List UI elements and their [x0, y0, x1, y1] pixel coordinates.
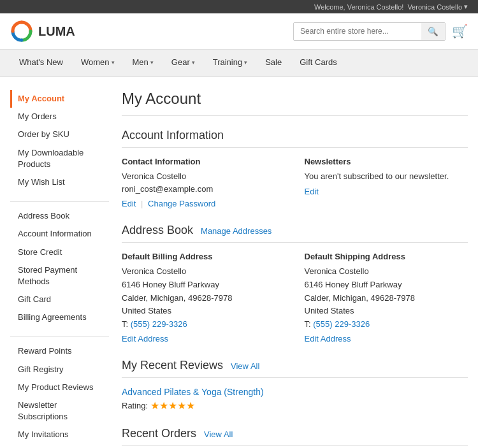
page-title: My Account: [122, 90, 468, 116]
shipping-address-col: Default Shipping Address Veronica Costel…: [305, 252, 468, 343]
sidebar-tertiary-section: Reward Points Gift Registry My Product R…: [10, 342, 109, 444]
search-input[interactable]: [294, 23, 421, 40]
cart-icon[interactable]: 🛒: [452, 24, 468, 39]
logo-icon: [10, 20, 33, 43]
sidebar-secondary-section: Address Book Account Information Store C…: [10, 207, 109, 326]
user-name: Veronica Costello: [407, 3, 462, 11]
nav-item-gear[interactable]: Gear ▾: [163, 50, 204, 76]
sidebar-divider-2: [10, 336, 109, 337]
contact-info-title: Contact Information: [122, 157, 286, 166]
user-dropdown-arrow: ▾: [464, 3, 468, 11]
sidebar-item-downloadable-products[interactable]: My Downloadable Products: [10, 144, 109, 173]
sidebar-item-gift-registry[interactable]: Gift Registry: [10, 361, 109, 379]
reviews-section: My Recent Reviews View All Advanced Pila…: [122, 359, 468, 412]
orders-view-all-link[interactable]: View All: [204, 430, 233, 439]
review-rating: Rating: ★★★★★: [122, 400, 468, 412]
contact-name: Veronica Costello: [122, 170, 286, 183]
billing-city-state: Calder, Michigan, 49628-7978: [122, 292, 286, 305]
contact-email: roni_cost@example.com: [122, 183, 286, 196]
sidebar-item-newsletter-subscriptions[interactable]: Newsletter Subscriptions: [10, 396, 109, 426]
shipping-name: Veronica Costello: [305, 265, 468, 278]
sidebar: My Account My Orders Order by SKU My Dow…: [10, 90, 109, 448]
nav-item-men[interactable]: Men ▾: [124, 50, 163, 76]
chevron-down-icon: ▾: [112, 59, 115, 66]
billing-phone: T: (555) 229-3326: [122, 318, 286, 331]
newsletters-title: Newsletters: [305, 157, 468, 166]
address-book-section: Address Book Manage Addresses Default Bi…: [122, 224, 468, 343]
reviews-header: My Recent Reviews View All: [122, 359, 468, 378]
page-content: My Account Account Information Contact I…: [122, 90, 468, 448]
shipping-phone: T: (555) 229-3326: [305, 318, 468, 331]
address-book-title: Address Book: [122, 224, 193, 237]
sidebar-item-reward-points[interactable]: Reward Points: [10, 342, 109, 360]
main-nav: What's New Women ▾ Men ▾ Gear ▾ Training…: [0, 50, 478, 77]
sidebar-item-account-information[interactable]: Account Information: [10, 225, 109, 243]
nav-item-sale[interactable]: Sale: [256, 50, 291, 76]
sidebar-item-address-book[interactable]: Address Book: [10, 207, 109, 225]
rating-label: Rating:: [122, 401, 148, 410]
shipping-street: 6146 Honey Bluff Parkway: [305, 278, 468, 292]
shipping-city-state: Calder, Michigan, 49628-7978: [305, 292, 468, 305]
billing-phone-link[interactable]: (555) 229-3326: [131, 319, 187, 329]
star-rating: ★★★★★: [150, 400, 195, 412]
top-bar: Welcome, Veronica Costello! Veronica Cos…: [0, 0, 478, 13]
sidebar-item-order-by-sku[interactable]: Order by SKU: [10, 126, 109, 143]
billing-street: 6146 Honey Bluff Parkway: [122, 278, 286, 292]
main-content: My Account My Orders Order by SKU My Dow…: [0, 77, 478, 448]
change-password-link[interactable]: Change Password: [148, 199, 215, 208]
nav-item-gift-cards[interactable]: Gift Cards: [291, 50, 346, 76]
newsletters-edit-link[interactable]: Edit: [305, 187, 319, 196]
nav-item-whats-new[interactable]: What's New: [10, 50, 72, 76]
billing-address-title: Default Billing Address: [122, 252, 286, 261]
orders-section: Recent Orders View All Order # Date Ship…: [122, 427, 468, 448]
reviews-view-all-link[interactable]: View All: [231, 361, 259, 371]
newsletters-col: Newsletters You aren't subscribed to our…: [305, 157, 468, 208]
account-info-title: Account Information: [122, 129, 468, 148]
review-product-link[interactable]: Advanced Pilates & Yoga (Strength): [122, 387, 264, 397]
review-item: Advanced Pilates & Yoga (Strength) Ratin…: [122, 387, 468, 412]
billing-address-col: Default Billing Address Veronica Costell…: [122, 252, 286, 343]
billing-edit-address-link[interactable]: Edit Address: [122, 334, 286, 343]
shipping-phone-link[interactable]: (555) 229-3326: [313, 319, 370, 329]
newsletters-text: You aren't subscribed to our newsletter.: [305, 170, 468, 183]
orders-title: Recent Orders: [122, 427, 196, 440]
shipping-country: United States: [305, 305, 468, 318]
shipping-address-title: Default Shipping Address: [305, 252, 468, 261]
newsletters-actions: Edit: [305, 187, 468, 196]
contact-actions: Edit | Change Password: [122, 199, 286, 208]
chevron-down-icon: ▾: [192, 59, 195, 66]
nav-item-women[interactable]: Women ▾: [72, 50, 124, 76]
manage-addresses-link[interactable]: Manage Addresses: [201, 226, 272, 236]
welcome-text: Welcome, Veronica Costello!: [314, 3, 403, 11]
chevron-down-icon: ▾: [244, 59, 247, 66]
header-right: 🔍 🛒: [293, 22, 468, 41]
logo[interactable]: LUMA: [10, 20, 75, 43]
user-menu[interactable]: Veronica Costello ▾: [407, 3, 468, 11]
sidebar-item-my-orders[interactable]: My Orders: [10, 108, 109, 126]
sidebar-item-product-reviews[interactable]: My Product Reviews: [10, 379, 109, 396]
search-button[interactable]: 🔍: [421, 23, 445, 40]
billing-country: United States: [122, 305, 286, 318]
search-bar: 🔍: [293, 22, 445, 41]
contact-edit-link[interactable]: Edit: [122, 199, 136, 208]
sidebar-item-my-invitations[interactable]: My Invitations: [10, 426, 109, 444]
sidebar-primary-section: My Account My Orders Order by SKU My Dow…: [10, 90, 109, 191]
account-info-section: Account Information Contact Information …: [122, 129, 468, 208]
header: LUMA 🔍 🛒: [0, 13, 478, 50]
sidebar-item-gift-card[interactable]: Gift Card: [10, 291, 109, 308]
sidebar-item-store-credit[interactable]: Store Credit: [10, 243, 109, 261]
address-grid: Default Billing Address Veronica Costell…: [122, 252, 468, 343]
sidebar-item-billing-agreements[interactable]: Billing Agreements: [10, 308, 109, 326]
sidebar-item-my-account[interactable]: My Account: [10, 90, 109, 108]
address-book-header: Address Book Manage Addresses: [122, 224, 468, 243]
sidebar-item-stored-payment-methods[interactable]: Stored Payment Methods: [10, 261, 109, 291]
nav-item-training[interactable]: Training ▾: [204, 50, 256, 76]
billing-name: Veronica Costello: [122, 265, 286, 278]
sidebar-item-wish-list[interactable]: My Wish List: [10, 173, 109, 191]
account-info-grid: Contact Information Veronica Costello ro…: [122, 157, 468, 208]
logo-text: LUMA: [38, 24, 75, 39]
orders-header: Recent Orders View All: [122, 427, 468, 446]
chevron-down-icon: ▾: [150, 59, 154, 66]
shipping-edit-address-link[interactable]: Edit Address: [305, 334, 468, 343]
sidebar-divider-1: [10, 201, 109, 202]
